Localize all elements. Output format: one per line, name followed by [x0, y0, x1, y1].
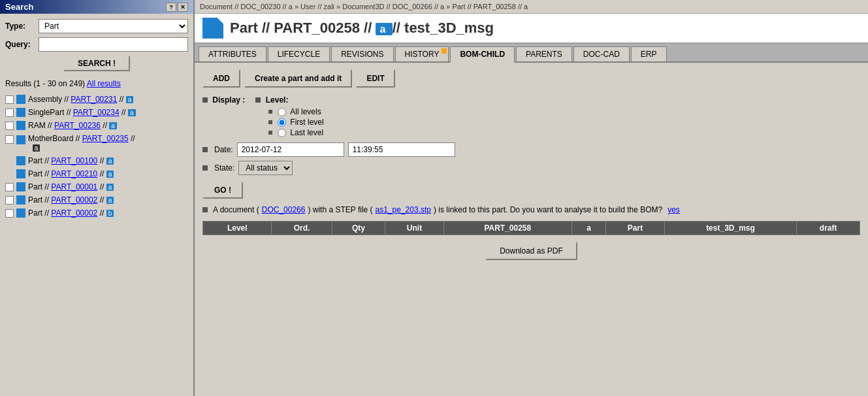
close-button[interactable]: ✕ [178, 3, 188, 12]
add-button[interactable]: ADD [202, 69, 240, 88]
bullet-icon [202, 147, 208, 152]
level-radio-group: All levels First level Last level [255, 107, 323, 137]
titlebar-buttons: ? ✕ [166, 3, 188, 12]
col-level: Level [203, 222, 272, 235]
breadcrumb: Document // DOC_00230 // a » User // zal… [195, 0, 868, 14]
right-panel: Document // DOC_00230 // a » User // zal… [195, 0, 868, 396]
item-text: Part // PART_00100 // a [28, 156, 114, 165]
state-select[interactable]: All status [238, 161, 293, 175]
tab-doc-cad[interactable]: DOC-CAD [573, 46, 630, 61]
item-checkbox[interactable] [5, 108, 14, 117]
doc-link[interactable]: DOC_00266 [262, 205, 306, 214]
item-checkbox[interactable] [5, 183, 14, 191]
col-desc: test_3D_msg [664, 222, 797, 235]
list-item: Part // PART_00210 // a [5, 168, 188, 180]
radio-bullet [268, 131, 272, 135]
list-item: Part // PART_00100 // a [5, 155, 188, 167]
type-select[interactable]: Part [39, 19, 188, 33]
tab-lifecycle[interactable]: LIFECYCLE [268, 46, 330, 61]
item-text: SinglePart // PART_00234 // a [28, 108, 136, 117]
query-input[interactable] [39, 37, 188, 52]
page-header: Part // PART_00258 // a // test_3D_msg [195, 14, 868, 44]
tab-bom-child[interactable]: BOM-CHILD [450, 46, 515, 63]
part-link[interactable]: PART_00235 [82, 134, 129, 143]
level-section: Level: All levels First level [255, 95, 323, 137]
action-buttons: ADD Create a part and add it EDIT [202, 69, 860, 88]
part-icon [16, 95, 25, 104]
search-title: Search [5, 2, 33, 12]
part-icon [16, 182, 25, 191]
yes-link[interactable]: yes [667, 205, 680, 214]
revision-badge: a [376, 23, 392, 35]
part-link[interactable]: PART_00234 [73, 108, 120, 117]
part-link[interactable]: PART_00002 [51, 195, 97, 205]
tab-revisions[interactable]: REVISIONS [331, 46, 393, 61]
part-link[interactable]: PART_00236 [54, 121, 101, 130]
info-prefix: A document ( [213, 205, 259, 214]
radio-last-level: Last level [268, 128, 323, 137]
part-link[interactable]: PART_00210 [51, 169, 97, 178]
revision-badge: b [106, 210, 114, 217]
bullet-icon [202, 207, 208, 212]
query-row: Query: [5, 37, 188, 52]
all-results-link[interactable]: All results [87, 79, 121, 88]
item-checkbox[interactable] [5, 95, 14, 104]
col-draft: draft [797, 222, 860, 235]
search-button[interactable]: SEARCH ! [63, 56, 130, 71]
col-part-num: PART_00258 [443, 222, 571, 235]
tab-history[interactable]: HISTORY [395, 46, 449, 61]
item-text: Part // PART_00001 // a [28, 182, 114, 191]
radio-first-level-input[interactable] [278, 118, 286, 127]
breadcrumb-text: Document // DOC_00230 // a » User // zal… [200, 3, 528, 10]
item-checkbox[interactable] [5, 135, 14, 144]
part-link[interactable]: PART_00100 [51, 156, 97, 165]
title-suffix: // test_3D_msg [393, 20, 494, 36]
left-panel: Search ? ✕ Type: Part Query: SEARCH ! Re… [0, 0, 195, 396]
radio-last-level-input[interactable] [278, 129, 286, 137]
bullet-icon [255, 97, 261, 103]
list-item: Part // PART_00002 // a [5, 194, 188, 206]
item-text: Part // PART_00210 // a [28, 169, 114, 178]
search-form: Type: Part Query: SEARCH ! [0, 14, 193, 76]
item-text: MotherBoard // PART_00235 // a [28, 134, 135, 152]
tab-parents[interactable]: PARENTS [516, 46, 572, 61]
date-row: Date: [202, 142, 860, 157]
col-qty: Qty [332, 222, 385, 235]
title-prefix: Part // PART_00258 // [230, 20, 372, 36]
revision-badge: a [106, 157, 114, 165]
part-icon [16, 108, 25, 117]
edit-button[interactable]: EDIT [356, 69, 394, 88]
main-content: ADD Create a part and add it EDIT Displa… [195, 63, 868, 396]
part-icon [16, 195, 25, 205]
download-pdf-button[interactable]: Download as PDF [485, 242, 577, 260]
help-button[interactable]: ? [166, 3, 176, 12]
revision-badge: a [109, 122, 117, 129]
item-checkbox[interactable] [5, 209, 14, 218]
part-icon [16, 121, 25, 130]
time-input[interactable] [348, 142, 455, 157]
radio-bullet [268, 110, 272, 114]
item-checkbox[interactable] [5, 196, 14, 205]
part-link[interactable]: PART_00002 [51, 208, 97, 218]
list-item: SinglePart // PART_00234 // a [5, 107, 188, 118]
step-link[interactable]: as1_pe_203.stp [376, 205, 431, 214]
item-text: RAM // PART_00236 // a [28, 121, 117, 130]
date-label: Date: [214, 145, 233, 154]
part-link[interactable]: PART_00001 [51, 182, 97, 191]
list-item: Part // PART_00002 // b [5, 207, 188, 219]
date-input[interactable] [237, 142, 344, 157]
item-checkbox[interactable] [5, 122, 14, 130]
display-label: Display : [202, 95, 245, 105]
part-icon [16, 169, 25, 178]
radio-all-levels-input[interactable] [278, 108, 286, 116]
results-summary: Results (1 - 30 on 249) [5, 79, 85, 88]
list-item: RAM // PART_00236 // a [5, 120, 188, 131]
go-button[interactable]: GO ! [202, 182, 243, 199]
tab-attributes[interactable]: ATTRIBUTES [199, 46, 266, 61]
list-item: Part // PART_00001 // a [5, 181, 188, 193]
part-link[interactable]: PART_00231 [71, 95, 117, 104]
tab-erp[interactable]: ERP [631, 46, 667, 61]
radio-all-levels: All levels [268, 107, 323, 116]
create-part-button[interactable]: Create a part and add it [244, 69, 352, 88]
state-row: State: All status [202, 161, 860, 175]
